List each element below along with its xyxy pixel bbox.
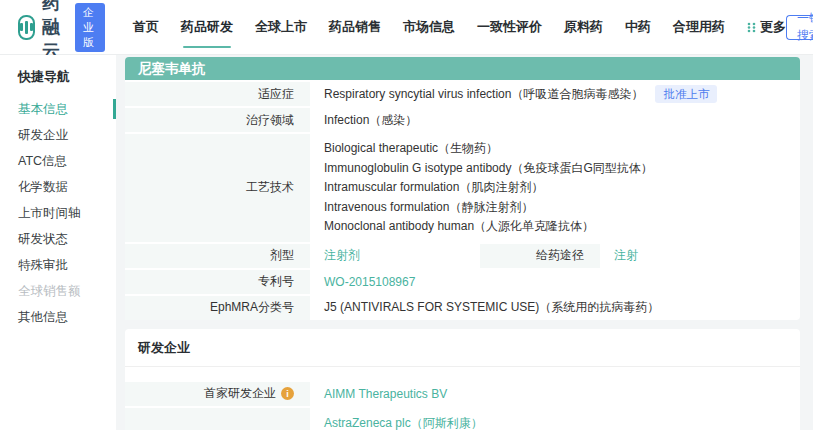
indication-label: 适应症: [125, 82, 310, 106]
therapy-area-row: 治疗领域 Infection（感染）: [125, 108, 800, 132]
sidebar-item-atc-info[interactable]: ATC信息: [0, 148, 116, 174]
patent-row: 专利号 WO-2015108967: [125, 270, 800, 294]
sidebar-title: 快捷导航: [0, 68, 116, 96]
dev-section-title: 研发企业: [125, 329, 800, 366]
technology-value: Intravenous formulation（静脉注射剂）: [324, 198, 533, 218]
edition-badge: 企业版: [75, 3, 105, 52]
approval-status-badge: 批准上市: [655, 85, 717, 103]
indication-value: Respiratory syncytial virus infection（呼吸…: [324, 86, 643, 103]
nav-item-more[interactable]: 更多: [747, 12, 786, 42]
brand-logo[interactable]: 药融云 企业版: [18, 0, 105, 63]
drug-title: 尼塞韦单抗: [125, 57, 800, 80]
nav-item-api[interactable]: 原料药: [564, 12, 603, 42]
quick-nav-sidebar: 快捷导航 基本信息 研发企业 ATC信息 化学数据 上市时间轴 研发状态 特殊审…: [0, 55, 116, 430]
nav-item-rational-use[interactable]: 合理用药: [673, 12, 725, 42]
nav-item-drug-sales[interactable]: 药品销售: [329, 12, 381, 42]
patent-label: 专利号: [125, 270, 310, 294]
dev-company-link[interactable]: AstraZeneca plc（阿斯利康）: [324, 412, 483, 430]
therapy-area-label: 治疗领域: [125, 108, 310, 132]
sidebar-item-other-info[interactable]: 其他信息: [0, 304, 116, 330]
nav-more-label: 更多: [760, 18, 786, 36]
first-dev-company-label: 首家研发企业: [204, 385, 276, 402]
sidebar-item-global-sales: 全球销售额: [0, 278, 116, 304]
pharnexcloud-logo-icon: [18, 15, 35, 40]
main-content: 尼塞韦单抗 适应症 Respiratory syncytial virus in…: [116, 55, 813, 430]
ephmra-row: EphMRA分类号 J5 (ANTIVIRALS FOR SYSTEMIC US…: [125, 296, 800, 320]
dosage-form-label: 剂型: [125, 244, 310, 268]
first-dev-company-link[interactable]: AIMM Therapeutics BV: [324, 387, 447, 401]
basic-info-card: 尼塞韦单抗 适应症 Respiratory syncytial virus in…: [125, 57, 800, 320]
dev-companies-label: 研发企业: [125, 408, 310, 430]
sidebar-item-chemical-data[interactable]: 化学数据: [0, 174, 116, 200]
nav-item-tcm[interactable]: 中药: [625, 12, 651, 42]
sidebar-item-special-approval[interactable]: 特殊审批: [0, 252, 116, 278]
main-nav: 首页 药品研发 全球上市 药品销售 市场信息 一致性评价 原料药 中药 合理用药…: [133, 12, 786, 42]
nav-item-drug-rd[interactable]: 药品研发: [181, 12, 233, 42]
patent-link[interactable]: WO-2015108967: [324, 275, 415, 289]
nav-item-home[interactable]: 首页: [133, 12, 159, 42]
grid-dots-icon: [747, 22, 756, 33]
nav-item-market-info[interactable]: 市场信息: [403, 12, 455, 42]
technology-value: Monoclonal antibody human（人源化单克隆抗体）: [324, 217, 594, 237]
sidebar-item-launch-timeline[interactable]: 上市时间轴: [0, 200, 116, 226]
route-label: 给药途径: [480, 244, 600, 268]
top-navbar: 药融云 企业版 首页 药品研发 全球上市 药品销售 市场信息 一致性评价 原料药…: [0, 0, 813, 55]
technology-value: Biological therapeutic（生物药）: [324, 139, 498, 159]
indication-row: 适应症 Respiratory syncytial virus infectio…: [125, 82, 800, 106]
dosage-form-link[interactable]: 注射剂: [324, 247, 360, 264]
ephmra-value: J5 (ANTIVIRALS FOR SYSTEMIC USE)（系统用的抗病毒…: [310, 296, 800, 320]
dev-companies-row: 研发企业 AstraZeneca plc（阿斯利康） Sanofi Pasteu…: [125, 408, 800, 430]
nav-item-consistency-eval[interactable]: 一致性评价: [477, 12, 542, 42]
sidebar-item-dev-companies[interactable]: 研发企业: [0, 122, 116, 148]
technology-row: 工艺技术 Biological therapeutic（生物药） Immunog…: [125, 134, 800, 242]
info-icon[interactable]: i: [281, 387, 294, 400]
dosage-route-row: 剂型 注射剂 给药途径 注射: [125, 244, 800, 268]
therapy-area-value: Infection（感染）: [310, 108, 800, 132]
technology-value: Intramuscular formulation（肌肉注射剂）: [324, 178, 543, 198]
route-link[interactable]: 注射: [614, 247, 638, 264]
ephmra-label: EphMRA分类号: [125, 296, 310, 320]
nav-item-global-launch[interactable]: 全球上市: [255, 12, 307, 42]
quick-search-label: 一键搜索: [786, 15, 813, 40]
quick-search-button[interactable]: 一键搜索: [786, 15, 813, 40]
sidebar-item-basic-info[interactable]: 基本信息: [0, 96, 116, 122]
dev-companies-card: 研发企业 首家研发企业 i AIMM Therapeutics BV 研发企业: [125, 329, 800, 430]
technology-value: Immunoglobulin G isotype antibody（免疫球蛋白G…: [324, 159, 653, 179]
first-dev-company-row: 首家研发企业 i AIMM Therapeutics BV: [125, 382, 800, 406]
sidebar-item-rd-status[interactable]: 研发状态: [0, 226, 116, 252]
logo-text: 药融云: [42, 0, 66, 63]
technology-label: 工艺技术: [125, 134, 310, 242]
